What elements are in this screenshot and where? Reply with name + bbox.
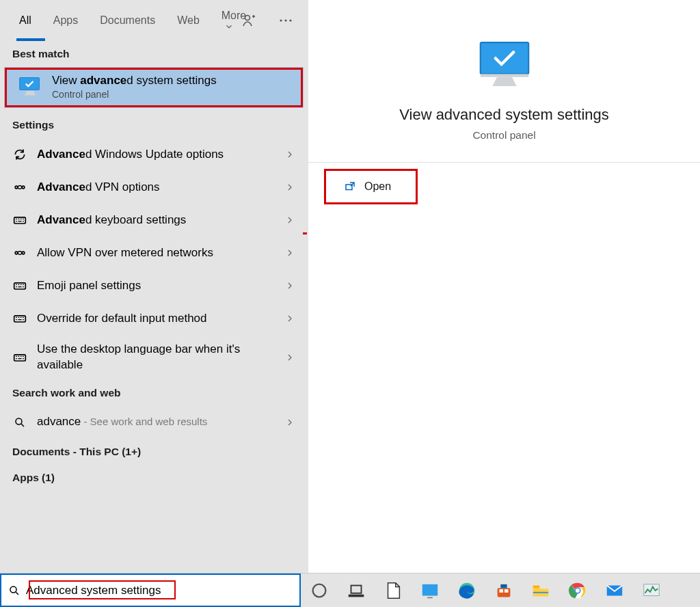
best-match-item[interactable]: View advanced system settings Control pa… (4, 67, 304, 108)
feedback-person-icon[interactable] (241, 12, 257, 29)
settings-row-label: Emoji panel settings (37, 278, 275, 294)
detail-pane: View advanced system settings Control pa… (308, 0, 700, 573)
chrome-icon[interactable] (563, 577, 592, 604)
tab-documents[interactable]: Documents (98, 8, 157, 33)
chevron-right-icon (284, 313, 295, 324)
vpn-icon (12, 180, 27, 194)
section-settings: Settings (0, 112, 308, 138)
background-icon[interactable] (416, 577, 444, 604)
keyboard-icon (12, 213, 27, 227)
taskbar-tray (301, 574, 700, 607)
best-match-subtitle: Control panel (52, 89, 217, 100)
refresh-icon (12, 148, 27, 161)
taskview-icon[interactable] (342, 577, 371, 604)
store-icon[interactable] (489, 577, 518, 604)
web-search-row[interactable]: advance - See work and web results (0, 406, 308, 439)
section-best-match: Best match (0, 41, 308, 67)
settings-row[interactable]: Allow VPN over metered networks (0, 237, 308, 269)
libreoffice-icon[interactable] (379, 577, 407, 604)
settings-row[interactable]: Advanced Windows Update options (0, 138, 308, 171)
settings-row[interactable]: Advanced VPN options (0, 171, 308, 204)
detail-header: View advanced system settings Control pa… (308, 0, 700, 163)
chevron-right-icon (284, 352, 295, 363)
chevron-right-icon (284, 417, 295, 428)
chevron-right-icon (284, 149, 295, 160)
detail-title: View advanced system settings (322, 106, 686, 124)
edge-icon[interactable] (453, 577, 481, 604)
keyboard-icon (12, 351, 27, 364)
open-external-icon (344, 180, 356, 193)
settings-row-label: Use the desktop language bar when it's a… (37, 342, 275, 373)
tab-apps[interactable]: Apps (52, 8, 79, 33)
settings-row[interactable]: Override for default input method (0, 302, 308, 335)
tab-web[interactable]: Web (176, 8, 201, 33)
taskmgr-icon[interactable] (637, 577, 666, 604)
search-icon (8, 584, 21, 597)
settings-row-label: Advanced keyboard settings (37, 213, 275, 228)
taskbar-search[interactable] (0, 574, 301, 607)
keyboard-icon (12, 279, 27, 293)
filter-tabs: All Apps Documents Web More (0, 0, 308, 41)
settings-row-label: Advanced VPN options (37, 180, 275, 195)
section-apps[interactable]: Apps (1) (0, 465, 308, 491)
settings-row[interactable]: Emoji panel settings (0, 269, 308, 302)
settings-row-label: Advanced Windows Update options (37, 147, 275, 163)
monitor-check-icon (18, 76, 42, 98)
search-results-pane: All Apps Documents Web More Best match (0, 0, 308, 573)
chevron-right-icon (284, 215, 295, 226)
settings-row-label: Override for default input method (37, 311, 275, 327)
chevron-right-icon (284, 182, 295, 193)
search-input[interactable] (26, 584, 293, 597)
vpn-icon (12, 246, 27, 260)
section-documents[interactable]: Documents - This PC (1+) (0, 439, 308, 465)
explorer-icon[interactable] (526, 577, 555, 604)
chevron-right-icon (284, 247, 295, 258)
settings-row-label: Allow VPN over metered networks (37, 245, 275, 261)
best-match-title: View advanced system settings (52, 74, 217, 87)
detail-subtitle: Control panel (322, 129, 686, 141)
chevron-right-icon (284, 280, 295, 291)
mail-icon[interactable] (600, 577, 629, 604)
cortana-icon[interactable] (305, 577, 334, 604)
open-button[interactable]: Open (325, 170, 417, 204)
settings-row[interactable]: Use the desktop language bar when it's a… (0, 335, 308, 380)
settings-list: Advanced Windows Update optionsAdvanced … (0, 138, 308, 380)
tab-all[interactable]: All (18, 8, 33, 33)
annotation-mark (303, 232, 307, 234)
keyboard-icon (12, 312, 27, 325)
more-options-icon[interactable] (278, 12, 294, 29)
settings-row[interactable]: Advanced keyboard settings (0, 204, 308, 237)
web-search-label: advance - See work and web results (37, 414, 275, 430)
taskbar (0, 573, 700, 607)
monitor-check-icon (474, 38, 535, 91)
open-label: Open (364, 180, 391, 193)
chevron-down-icon (224, 22, 234, 31)
search-icon (12, 416, 27, 429)
section-search-web: Search work and web (0, 380, 308, 406)
